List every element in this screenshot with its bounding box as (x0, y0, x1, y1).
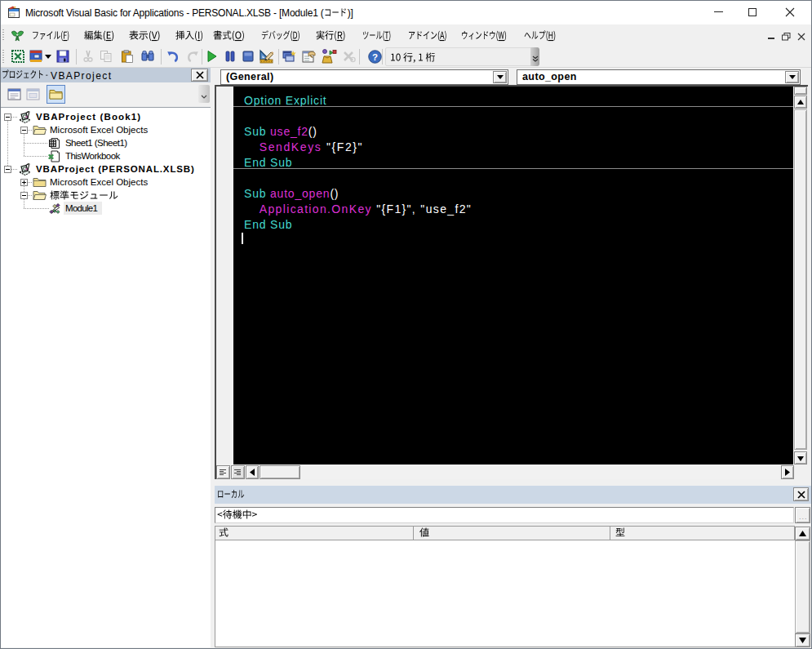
svg-text:?: ? (372, 52, 378, 62)
